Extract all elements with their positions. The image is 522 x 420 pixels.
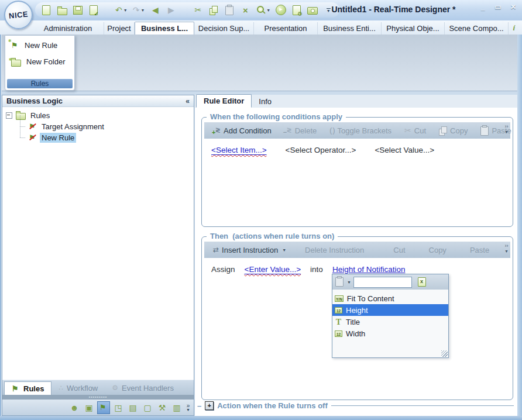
field-picker-header: ▼	[332, 274, 448, 290]
picker-source-icon[interactable]	[335, 277, 344, 287]
list-item-width[interactable]: 12 Width	[332, 328, 448, 339]
list-item-label: Title	[346, 318, 360, 326]
list-item-height-selected[interactable]: 12 Height	[332, 304, 448, 316]
number-type-icon: 12	[335, 331, 342, 337]
then-toolbar-overflow[interactable]: ››▼	[504, 243, 509, 254]
number-type-icon: 12	[335, 307, 342, 314]
undo-button[interactable]: ↶▼	[115, 4, 128, 16]
field-picker-list: Y/N Fit To Content 12 Height T Title 12 …	[332, 290, 448, 339]
minimize-button[interactable]: _	[478, 4, 488, 12]
redo-button[interactable]: ↷▼	[133, 4, 145, 16]
paste-button[interactable]	[224, 4, 235, 16]
ribbon-body: New Rule New Folder Rules	[2, 35, 520, 91]
tree-node-new-rule[interactable]: New Rule	[6, 132, 194, 143]
run-button[interactable]	[276, 4, 286, 16]
screen-view-button[interactable]: ▤	[126, 401, 139, 414]
sidebar-icon-toolbar: ☻ ▣ ◳ ▤ ▢ ⚒ ▥ »▼	[2, 400, 194, 415]
save-button[interactable]	[73, 4, 83, 16]
select-operator-placeholder[interactable]: <Select Operator...>	[286, 146, 356, 154]
new-rule-label: New Rule	[25, 41, 57, 50]
tab-business-entities[interactable]: Business Enti...	[318, 22, 382, 35]
maximize-button[interactable]: ▭	[493, 4, 503, 12]
picker-filter-input[interactable]	[353, 277, 412, 288]
folder-icon	[16, 113, 26, 120]
app-menu-button[interactable]: NICE	[4, 1, 33, 29]
rules-view-button[interactable]	[97, 401, 110, 414]
new-folder-button[interactable]: New Folder	[5, 54, 74, 68]
cut-button[interactable]: ✂	[193, 4, 203, 16]
tab-info[interactable]: Info	[252, 95, 279, 108]
paste-condition-button[interactable]: Paste	[475, 125, 516, 136]
toggle-brackets-button[interactable]: ( ) Toggle Brackets	[324, 126, 397, 135]
tree-node-rules[interactable]: Rules	[6, 110, 194, 121]
chevron-down-icon: ▼	[186, 408, 190, 412]
rule-off-section: – + Action when the Rule turns off	[197, 401, 514, 410]
copy-condition-button[interactable]: Copy	[434, 126, 473, 135]
panel-splitter[interactable]: ▪▪▪▪▪▪▪▪▪	[2, 395, 194, 400]
insert-instruction-button[interactable]: ⇄ Insert Instruction ▼	[208, 246, 291, 254]
tab-business-logic[interactable]: Business L...	[135, 22, 194, 35]
cut-condition-button[interactable]: ✂ Cut	[399, 126, 431, 135]
status-icon[interactable]: ί	[513, 23, 515, 32]
brackets-icon: ( )	[329, 126, 334, 135]
business-logic-panel: Business Logic « Rules Target Assignment…	[2, 95, 194, 416]
tab-administration[interactable]: Administration	[32, 22, 104, 35]
tab-project[interactable]: Project	[104, 22, 135, 35]
list-item-label: Fit To Content	[347, 294, 394, 303]
search-button[interactable]: ▼	[256, 4, 270, 16]
paste-instruction-button[interactable]: Paste	[465, 246, 494, 254]
copy-button[interactable]	[208, 4, 219, 16]
new-view-button[interactable]: ▣	[83, 401, 95, 414]
ribbon-group-label: Rules	[7, 79, 73, 88]
generate-button[interactable]	[291, 4, 302, 16]
tab-event-handlers[interactable]: ⚙ Event Handlers	[105, 380, 181, 395]
add-condition-button[interactable]: Add Condition	[208, 126, 277, 135]
container-view-button[interactable]: ▢	[141, 401, 154, 414]
picker-source-dropdown-arrow[interactable]: ▼	[347, 280, 351, 284]
open-folder-icon	[57, 8, 67, 15]
new-document-button[interactable]	[41, 4, 51, 16]
tab-decision-support[interactable]: Decision Sup...	[194, 22, 254, 35]
navigate-back-button[interactable]: ◀	[150, 4, 160, 16]
window-controls: _ ▭ ✕	[478, 4, 518, 12]
cut-instruction-button[interactable]: Cut	[388, 246, 410, 254]
enter-value-link[interactable]: <Enter Value...>	[245, 265, 301, 274]
assign-keyword: Assign	[211, 265, 235, 274]
select-item-link[interactable]: <Select Item...>	[211, 146, 267, 154]
tab-scene-composer[interactable]: Scene Compo...	[445, 22, 509, 35]
tab-workflow[interactable]: ∴ Workflow	[51, 380, 105, 395]
save-icon	[73, 6, 83, 15]
layers-button[interactable]: ▥	[170, 401, 183, 414]
open-project-button[interactable]	[57, 4, 67, 16]
delete-instruction-button[interactable]: Delete Instruction	[300, 246, 369, 254]
close-button[interactable]: ✕	[508, 4, 518, 12]
collapse-node-icon[interactable]	[6, 112, 12, 119]
users-button[interactable]: ☻	[68, 401, 81, 414]
validate-button[interactable]	[88, 4, 99, 16]
tab-rule-editor[interactable]: Rule Editor	[196, 94, 252, 108]
app-logo-text: NICE	[8, 9, 28, 20]
tab-rules[interactable]: Rules	[4, 381, 51, 395]
workflow-view-button[interactable]: ◳	[112, 401, 125, 414]
assign-target-link[interactable]: Height of Notification	[332, 265, 406, 274]
cut-label: Cut	[414, 126, 426, 135]
navigate-forward-button[interactable]: ▶	[166, 4, 176, 16]
expand-off-section-button[interactable]: +	[205, 401, 214, 410]
conditions-group-title: When the following conditions apply	[207, 112, 346, 121]
new-rule-button[interactable]: New Rule	[5, 38, 74, 52]
resize-grip[interactable]	[441, 350, 448, 357]
picker-clear-icon[interactable]	[418, 277, 426, 287]
copy-instruction-button[interactable]: Copy	[424, 246, 452, 254]
list-item-fit-to-content[interactable]: Y/N Fit To Content	[332, 292, 448, 304]
collapse-panel-button[interactable]: «	[186, 97, 190, 105]
delete-condition-button[interactable]: Delete	[279, 126, 322, 135]
delete-button[interactable]: ×	[240, 4, 250, 16]
tab-presentation[interactable]: Presentation	[254, 22, 318, 35]
toolbar-overflow-button[interactable]: »▼	[186, 404, 190, 412]
tree-node-target-assignment[interactable]: Target Assignment	[6, 121, 194, 132]
list-item-title[interactable]: T Title	[332, 316, 448, 328]
select-value-placeholder[interactable]: <Select Value...>	[375, 146, 434, 154]
tab-physical-objects[interactable]: Physical Obje...	[382, 22, 445, 35]
conditions-toolbar-overflow[interactable]: ››▼	[504, 123, 509, 135]
tools-button[interactable]: ⚒	[156, 401, 169, 414]
